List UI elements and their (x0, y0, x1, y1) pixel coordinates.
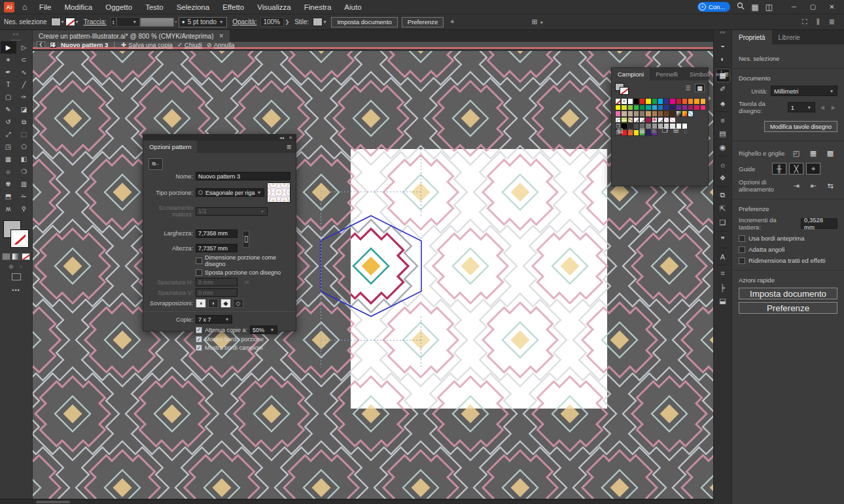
move-tile-with-art-checkbox[interactable] (196, 269, 202, 276)
paintbrush-tool[interactable]: ✑ (16, 91, 32, 103)
swatch[interactable] (669, 105, 675, 111)
gradient-tool[interactable]: ◧ (16, 153, 32, 165)
menu-aiuto[interactable]: Aiuto (338, 3, 368, 11)
tab-librerie[interactable]: Librerie (772, 30, 807, 44)
color-panel-icon[interactable]: ◒ (716, 38, 730, 52)
menu-testo[interactable]: Testo (139, 3, 170, 11)
swatch[interactable] (627, 110, 633, 117)
cancel-button[interactable]: ⊘Annulla (207, 41, 235, 48)
swatch[interactable] (663, 110, 669, 117)
pat-tex-swatch[interactable] (627, 117, 633, 124)
swatch[interactable] (694, 98, 699, 105)
align-to-selection-icon[interactable]: ⇥ (789, 180, 803, 192)
screen-mode-button[interactable] (12, 273, 21, 280)
swatch[interactable] (627, 98, 633, 105)
opacity-value-field[interactable]: 100% (260, 17, 284, 27)
pat-pink-swatch[interactable] (669, 117, 675, 124)
menu-seleziona[interactable]: Seleziona (170, 3, 217, 11)
tab-close-icon[interactable]: ✕ (219, 33, 224, 39)
swatch[interactable] (682, 105, 688, 111)
lock-guides-icon[interactable]: ╳ (789, 163, 803, 175)
fill-color-swatch[interactable] (51, 18, 61, 26)
window-layout-icon[interactable]: ◫ (765, 3, 773, 12)
pat-diag-swatch[interactable] (658, 117, 663, 124)
edit-toolbar-button[interactable]: ••• (0, 287, 32, 294)
tab-proprietà[interactable]: Proprietà (732, 30, 772, 44)
swatch[interactable] (645, 110, 651, 117)
swatch[interactable] (639, 98, 645, 105)
fill-stroke-indicator[interactable] (2, 220, 31, 250)
symbol-sprayer-tool[interactable]: ✾ (1, 178, 16, 190)
overlap-top-in-front-icon[interactable]: ◆ (220, 299, 231, 308)
rectangle-tool[interactable]: ▢ (1, 91, 16, 103)
panel-menu-icon[interactable]: ≣ (829, 18, 835, 26)
home-icon[interactable]: ⌂ (22, 2, 27, 12)
isolate-selection-icon[interactable]: ⌖ (450, 18, 454, 26)
stroke-color-swatch[interactable] (65, 18, 75, 26)
opacity-dropdown-arrow-icon[interactable]: ❯ (285, 19, 289, 25)
swatch[interactable] (633, 105, 639, 111)
pencil-tool[interactable]: ✎ (1, 103, 16, 116)
width-field[interactable]: 7,7358 mm (196, 229, 237, 238)
keyboard-increment-field[interactable]: 0,3528 mm (801, 218, 837, 229)
swatch[interactable] (694, 105, 699, 111)
swatch[interactable] (676, 98, 682, 105)
quick-preferences-button[interactable]: Preferenze (739, 302, 837, 314)
height-field[interactable]: 7,7357 mm (196, 244, 237, 252)
exit-pattern-mode-icon[interactable]: ❮ (37, 41, 45, 48)
appearance-panel-icon[interactable]: ☼ (716, 158, 730, 171)
pat-blue-swatch[interactable] (688, 110, 694, 117)
tab-simboli[interactable]: Simboli (684, 68, 716, 80)
quick-document-setup-button[interactable]: Imposta documento (739, 288, 837, 299)
curvature-tool[interactable]: ∿ (16, 66, 32, 78)
align-panel-icon[interactable]: ╞ (716, 280, 730, 294)
swatch[interactable] (639, 105, 645, 111)
size-tile-to-art-checkbox[interactable] (196, 258, 202, 264)
panel-fill-stroke-indicator[interactable] (615, 83, 631, 96)
artboards-panel-icon[interactable]: ❏ (716, 216, 730, 229)
swatch[interactable] (658, 110, 663, 117)
menu-finestra[interactable]: Finestra (298, 3, 338, 11)
variable-width-profile-dropdown[interactable]: ● 5 pt tondo ▾ (179, 17, 227, 27)
brush-definition-preview[interactable] (140, 18, 174, 27)
pat-green-swatch[interactable] (621, 117, 627, 124)
checkbox-adatta-angoli[interactable] (739, 246, 745, 253)
tab-pennelli[interactable]: Pennelli (650, 68, 684, 80)
pat-diag-swatch[interactable] (633, 117, 639, 124)
swatches-panel-menu-icon[interactable]: »│≣ (716, 71, 733, 78)
none-swatch[interactable] (615, 98, 621, 105)
delete-swatch-icon[interactable]: ▯ (684, 127, 688, 134)
pat-flower-swatch[interactable]: ✻ (652, 117, 658, 124)
document-tab[interactable]: Creare un pattern-Illustrator.ai* @ 800 … (33, 30, 230, 42)
layers-panel-icon[interactable]: ⧉ (716, 188, 730, 202)
pat-pink-swatch[interactable] (663, 117, 669, 124)
swatch[interactable] (645, 105, 651, 111)
stroke-weight-dropdown[interactable]: ▾ (116, 17, 140, 27)
dim-copies-dropdown[interactable]: 50%▾ (250, 326, 277, 334)
horizontal-scrollbar[interactable] (36, 501, 70, 503)
dim-copies-checkbox[interactable]: ✓ (196, 327, 202, 333)
puppet-warp-tool[interactable]: ⬚ (16, 128, 32, 141)
swatch[interactable] (682, 98, 688, 105)
pattern-tile-tool-button[interactable]: ⧉↔ (149, 158, 163, 170)
pattern-options-tab[interactable]: Opzioni pattern (143, 141, 197, 153)
grad-bw-swatch[interactable] (676, 110, 682, 117)
pen-tool[interactable]: ✒ (1, 66, 16, 78)
selection-tool[interactable]: ▶ (1, 41, 16, 54)
show-swatch-bounds-checkbox[interactable]: ✓ (196, 344, 202, 351)
overlap-bottom-in-front-icon[interactable]: ◇ (233, 299, 243, 308)
smart-guides-icon[interactable]: ⌖ (806, 163, 820, 175)
graph-tool[interactable]: ▥ (16, 178, 32, 190)
free-transform-tool[interactable]: ⧉ (16, 116, 32, 128)
character-panel-icon[interactable]: A (716, 250, 730, 263)
close-button[interactable]: ✕ (822, 0, 841, 14)
artboard-dropdown[interactable]: 1▾ (788, 102, 815, 112)
swatch-kinds-icon[interactable]: ▦ (639, 127, 645, 134)
slice-tool[interactable]: ✁ (16, 190, 32, 203)
grad-or-swatch[interactable] (682, 110, 688, 117)
style-swatch[interactable] (313, 18, 323, 26)
swatch[interactable] (645, 117, 651, 124)
next-artboard-icon[interactable]: ▶ (830, 105, 837, 110)
creative-cloud-account-button[interactable]: + Con... (697, 2, 730, 12)
eraser-tool[interactable]: ◪ (16, 103, 32, 116)
